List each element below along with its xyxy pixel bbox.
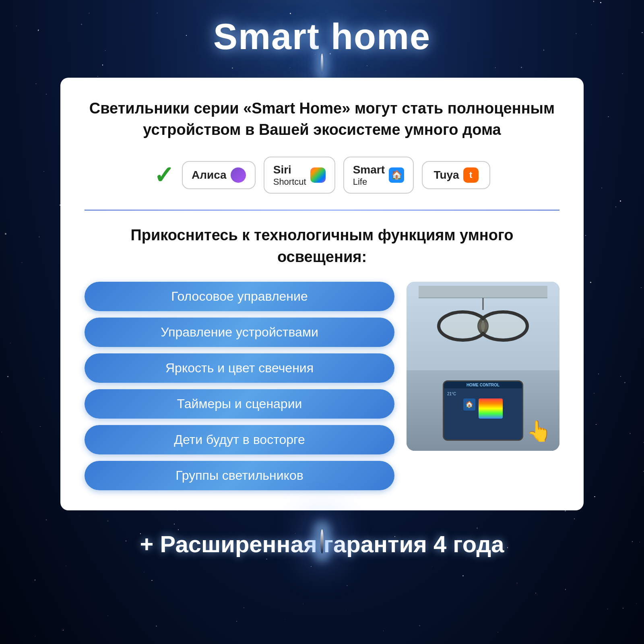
smart-life-line2: Life (353, 177, 385, 187)
siri-main-label: Siri (273, 163, 306, 177)
feature-label: Таймеры и сценарии (177, 396, 302, 411)
feature-label: Дети будут в восторге (174, 432, 305, 447)
siri-badge: Siri Shortcut (264, 157, 335, 194)
siri-text: Siri Shortcut (273, 163, 306, 187)
header: Smart home (0, 0, 644, 70)
smart-life-badge: Smart Life 🏠 (343, 157, 414, 194)
home-icon: 🏠 (463, 398, 475, 411)
feature-label: Яркость и цвет свечения (165, 361, 314, 375)
tuya-badge: Tuya t (422, 161, 490, 189)
alice-label: Алиса (192, 169, 227, 182)
main-card: Светильники серии «Smart Home» могут ста… (60, 78, 584, 510)
features-row: Голосовое управление Управление устройст… (85, 282, 559, 490)
list-item: Голосовое управление (85, 282, 394, 311)
alice-badge: Алиса (182, 161, 256, 189)
intro-text: Светильники серии «Smart Home» могут ста… (85, 98, 559, 140)
sub-heading: Прикоснитесь к технологичным функциям ум… (85, 225, 559, 267)
tablet-device: HOME CONTROL 21°C 🏠 (443, 380, 523, 441)
chandelier-svg (419, 286, 547, 358)
section-divider (85, 210, 559, 211)
feature-label: Группы светильников (175, 468, 303, 483)
features-list: Голосовое управление Управление устройст… (85, 282, 394, 490)
feature-image: HOME CONTROL 21°C 🏠 👆 (407, 282, 559, 451)
svg-point-7 (481, 314, 525, 338)
tablet-area: HOME CONTROL 21°C 🏠 👆 (407, 370, 559, 451)
light-beam-top (321, 54, 323, 74)
checkmark-icon: ✓ (154, 161, 174, 189)
tuya-label: Tuya (433, 169, 459, 182)
tablet-temp: 21°C (447, 392, 519, 396)
light-beam-bottom (320, 529, 324, 553)
tablet-controls: 🏠 (447, 398, 519, 419)
smart-life-icon: 🏠 (389, 167, 404, 183)
compat-row: ✓ Алиса Siri Shortcut Smart Life (85, 157, 559, 194)
feature-label: Управление устройствами (161, 325, 318, 339)
list-item: Группы светильников (85, 461, 394, 490)
list-item: Таймеры и сценарии (85, 389, 394, 419)
smart-life-line1: Smart (353, 163, 385, 177)
tuya-icon: t (463, 167, 479, 183)
footer: + Расширенная гарантия 4 года (0, 510, 644, 578)
list-item: Яркость и цвет свечения (85, 353, 394, 383)
siri-sub-label: Shortcut (273, 177, 306, 187)
color-bar (479, 398, 503, 419)
tablet-title: HOME CONTROL (444, 382, 522, 388)
feature-label: Голосовое управление (171, 289, 308, 303)
svg-point-6 (441, 314, 485, 338)
hand-pointer: 👆 (526, 419, 551, 443)
list-item: Управление устройствами (85, 318, 394, 347)
chandelier-area (407, 282, 559, 370)
smart-life-text: Smart Life (353, 163, 385, 187)
tablet-screen: 21°C 🏠 (444, 388, 522, 440)
alice-icon (231, 167, 246, 183)
list-item: Дети будут в восторге (85, 425, 394, 454)
svg-rect-0 (419, 286, 547, 298)
page-title: Smart home (213, 16, 431, 58)
page-wrapper: Smart home Светильники серии «Smart Home… (0, 0, 644, 644)
siri-icon (310, 167, 326, 183)
